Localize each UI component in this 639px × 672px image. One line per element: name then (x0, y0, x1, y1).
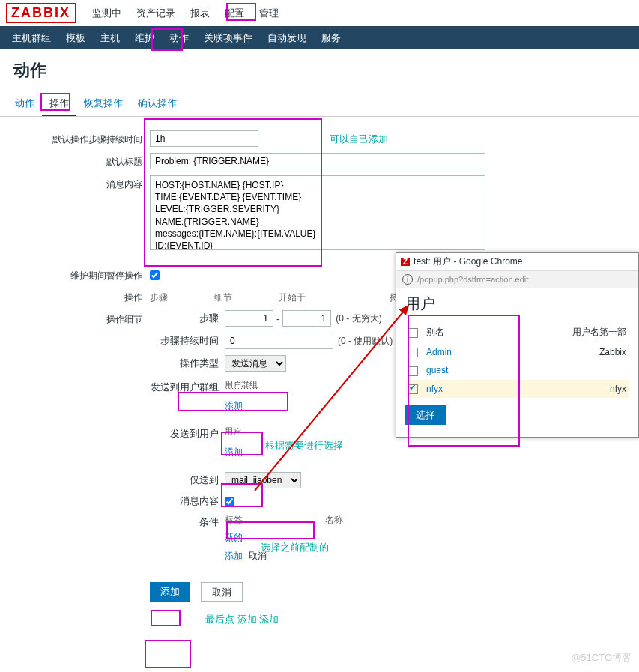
sub-navigation: 主机群组 模板 主机 维护 动作 关联项事件 自动发现 服务 (0, 26, 639, 49)
subnav-maintenance[interactable]: 维护 (127, 26, 162, 49)
checkbox-maintenance[interactable] (150, 270, 160, 280)
subnav-correlation[interactable]: 关联项事件 (196, 26, 260, 49)
col-username: 用户名第一部 (494, 321, 629, 343)
user-name: nfyx (494, 380, 629, 398)
nav-configuration[interactable]: 配置 (217, 1, 252, 26)
highlight-box (145, 640, 191, 668)
popup-user-picker: Z test: 用户 - Google Chrome i /popup.php?… (396, 252, 639, 438)
subnav-actions[interactable]: 动作 (162, 26, 196, 49)
label-op-detail: 操作细节 (7, 310, 150, 326)
label-only-send: 仅送到 (150, 473, 225, 487)
table-row: Admin Zabbix (405, 343, 629, 361)
steps-hint: (0 - 无穷大) (331, 312, 381, 325)
button-cancel[interactable]: 取消 (201, 582, 243, 602)
input-step-duration[interactable] (150, 130, 258, 147)
input-step-from[interactable] (225, 310, 273, 327)
ops-head-start: 开始于 (279, 291, 306, 304)
popup-url: /popup.php?dstfrm=action.edit (417, 275, 632, 284)
label-send-group: 发送到用户群组 (150, 379, 225, 394)
popup-heading: 用户 (405, 294, 629, 314)
link-cancel-op[interactable]: 取消 (249, 550, 267, 563)
user-alias[interactable]: guest (426, 365, 448, 375)
button-select[interactable]: 选择 (405, 405, 446, 425)
user-name: Zabbix (494, 343, 629, 361)
subnav-hosts[interactable]: 主机 (93, 26, 127, 49)
checkbox-all[interactable] (408, 328, 418, 338)
table-row: nfyx nfyx (405, 380, 629, 398)
label-msg-content: 消息内容 (150, 494, 225, 508)
send-group-head: 用户群组 (225, 379, 258, 390)
tab-operations[interactable]: 操作 (42, 92, 76, 116)
label-conditions: 条件 (150, 514, 225, 529)
user-alias[interactable]: Admin (426, 347, 452, 357)
checkbox-user[interactable] (408, 384, 418, 394)
label-maintenance-pause: 维护期间暂停操作 (7, 267, 150, 282)
user-alias[interactable]: nfyx (426, 384, 443, 394)
popup-icon: Z (401, 258, 410, 266)
tab-ack[interactable]: 确认操作 (130, 92, 184, 116)
select-only-send[interactable]: mail_jiaoben (225, 472, 301, 488)
link-add-group[interactable]: 添加 (225, 399, 258, 412)
label-operations: 操作 (7, 288, 150, 304)
link-new-condition[interactable]: 新的 (225, 531, 343, 544)
info-icon: i (402, 274, 413, 285)
checkbox-user[interactable] (408, 366, 418, 376)
cond-head-name: 名称 (325, 514, 343, 527)
step-dur-hint: (0 - 使用默认) (333, 335, 393, 348)
col-alias: 别名 (423, 321, 494, 343)
label-op-type: 操作类型 (150, 357, 225, 370)
watermark: @51CTO博客 (571, 651, 632, 665)
page-title: 动作 (0, 49, 639, 92)
cond-head-tag: 标签 (225, 514, 243, 527)
popup-url-bar: i /popup.php?dstfrm=action.edit (396, 271, 638, 288)
label-default-title: 默认标题 (7, 153, 150, 169)
subnav-templates[interactable]: 模板 (58, 26, 93, 49)
textarea-message[interactable] (150, 175, 485, 250)
nav-monitoring[interactable]: 监测中 (85, 1, 129, 26)
popup-titlebar: Z test: 用户 - Google Chrome (396, 253, 638, 271)
button-add[interactable]: 添加 (150, 582, 190, 602)
checkbox-user[interactable] (408, 348, 418, 357)
ops-head-steps: 步骤 (150, 291, 168, 304)
link-add-user[interactable]: 添加 (225, 446, 243, 458)
popup-title: test: 用户 - Google Chrome (414, 255, 522, 268)
ops-head-details: 细节 (214, 291, 232, 304)
send-user-head: 用户 (225, 426, 243, 437)
top-navigation: ZABBIX 监测中 资产记录 报表 配置 管理 (0, 0, 639, 26)
label-steps: 步骤 (150, 312, 225, 325)
input-step-to[interactable] (282, 310, 331, 327)
subnav-discovery[interactable]: 自动发现 (260, 26, 314, 49)
label-message: 消息内容 (7, 175, 150, 191)
label-step-duration: 默认操作步骤持续时间 (7, 130, 150, 146)
select-op-type[interactable]: 发送消息 (225, 355, 286, 372)
subnav-services[interactable]: 服务 (314, 26, 348, 49)
tab-action[interactable]: 动作 (7, 92, 42, 116)
table-row: guest (405, 361, 629, 379)
input-step-dur[interactable] (225, 333, 333, 349)
user-name (494, 361, 629, 379)
label-step-dur: 步骤持续时间 (150, 334, 225, 348)
input-default-title[interactable] (150, 153, 485, 169)
label-send-user: 发送到用户 (150, 426, 225, 441)
nav-administration[interactable]: 管理 (252, 1, 286, 26)
subnav-hostgroups[interactable]: 主机群组 (4, 26, 58, 49)
tab-recovery[interactable]: 恢复操作 (76, 92, 130, 116)
nav-inventory[interactable]: 资产记录 (129, 1, 183, 26)
logo: ZABBIX (6, 3, 76, 23)
tabs: 动作 操作 恢复操作 确认操作 (0, 92, 639, 117)
link-add-op[interactable]: 添加 (225, 550, 243, 563)
nav-reports[interactable]: 报表 (183, 1, 217, 26)
user-table: 别名 用户名第一部 Admin Zabbix guest nfyx nfyx (405, 321, 629, 398)
checkbox-msg-content[interactable] (225, 497, 234, 506)
